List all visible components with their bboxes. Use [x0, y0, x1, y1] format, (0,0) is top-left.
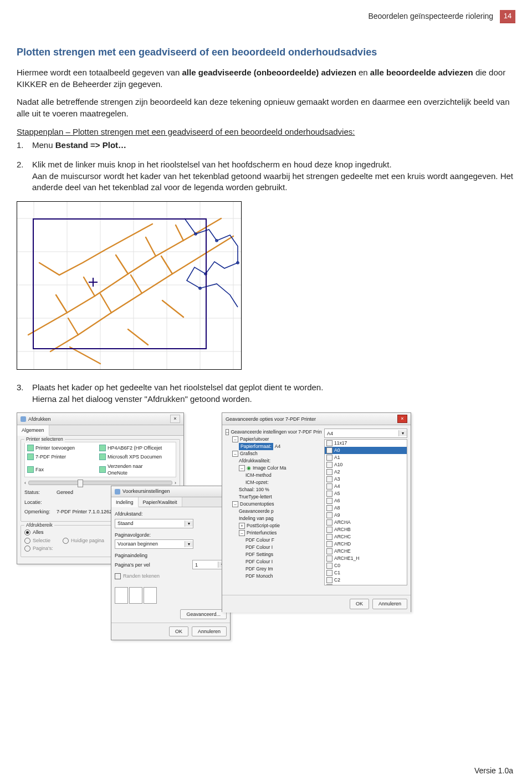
paper-size-option[interactable]: A6: [325, 497, 407, 504]
paper-size-option[interactable]: C3: [325, 584, 407, 585]
tree-node-selected[interactable]: Papierformaat:: [239, 443, 273, 450]
figure-map: [17, 201, 242, 370]
tree-node: Documentopties: [240, 501, 274, 508]
window-title: Geavanceerde opties voor 7-PDF Printer: [226, 416, 316, 422]
tree-toggle-icon[interactable]: –: [239, 530, 245, 536]
option-label: A5: [334, 490, 340, 497]
paper-size-option[interactable]: ARCHD: [325, 541, 407, 548]
option-label: C1: [334, 569, 340, 577]
step-3: Plaats het kader op het gedeelte van het…: [17, 382, 515, 405]
label: Pagina's per vel: [115, 562, 150, 568]
tree-toggle-icon[interactable]: –: [232, 451, 238, 457]
page-icon: [326, 476, 332, 482]
tree-node: ICM-opzet:: [245, 479, 269, 486]
printer-item[interactable]: Fax: [35, 466, 44, 473]
page-order-combo[interactable]: Vooraan beginnen▾: [115, 539, 193, 549]
printer-icon: [115, 489, 120, 494]
paper-size-option[interactable]: 11x17: [325, 440, 407, 447]
paper-size-option[interactable]: A9: [325, 512, 407, 519]
tab-layout[interactable]: Indeling: [111, 497, 139, 507]
paper-size-option[interactable]: ARCHC: [325, 533, 407, 541]
cancel-button[interactable]: Annuleren: [372, 599, 407, 609]
slider-right-icon[interactable]: ›: [175, 480, 176, 486]
printer-item[interactable]: HP4AB6F2 (HP Officejet: [108, 445, 162, 451]
option-label: C2: [334, 577, 340, 584]
radio-current-page[interactable]: Huidige pagina: [63, 537, 104, 544]
text-bold: Bestand => Plot…: [55, 140, 126, 150]
paper-size-option[interactable]: C2: [325, 577, 407, 584]
tree-node: Geavanceerde instellingen voor 7-PDF Pri…: [231, 429, 322, 436]
page-icon: [326, 505, 332, 511]
tree-node: PDF Settings: [245, 551, 273, 558]
paper-size-option[interactable]: ARCHE1_H: [325, 555, 407, 562]
tab-paper-quality[interactable]: Papier/Kwaliteit: [139, 497, 182, 507]
radio-pages[interactable]: Pagina's:: [24, 545, 53, 552]
label: Paginavolgorde:: [115, 532, 151, 538]
tree-node: Image Color Ma: [253, 465, 286, 472]
paper-size-option[interactable]: A1: [325, 454, 407, 461]
paper-size-option[interactable]: A8: [325, 504, 407, 512]
radio-all[interactable]: Alles: [24, 529, 44, 536]
draw-borders-checkbox[interactable]: Randen tekenen: [115, 573, 160, 579]
tree-toggle-icon[interactable]: –: [232, 436, 238, 442]
paper-size-option[interactable]: A2: [325, 468, 407, 476]
paper-size-option[interactable]: C0: [325, 562, 407, 569]
text: en: [359, 68, 370, 77]
selection-frame: [33, 218, 207, 349]
crosshair-icon: [89, 278, 97, 286]
page-icon: [326, 498, 332, 504]
option-label: A8: [334, 504, 340, 512]
paper-size-option[interactable]: ARCHE: [325, 548, 407, 555]
chevron-down-icon: ▾: [185, 521, 193, 527]
paper-size-option[interactable]: C1: [325, 569, 407, 577]
orientation-combo[interactable]: Staand▾: [115, 519, 193, 528]
slider[interactable]: [28, 481, 172, 485]
paper-size-list[interactable]: 11x17A0A1A10A2A3A4A5A6A8A9ARCHAARCHBARCH…: [324, 439, 407, 585]
paper-size-option[interactable]: A0: [325, 447, 407, 454]
radio-label: Huidige pagina: [71, 537, 104, 544]
tree-node: PDF Monoch: [245, 573, 273, 580]
printer-item[interactable]: Microsoft XPS Documen: [108, 453, 162, 460]
tree-toggle-icon[interactable]: –: [232, 501, 238, 507]
cancel-button[interactable]: Annuleren: [192, 626, 227, 636]
group-legend: Printer selecteren: [24, 436, 65, 443]
paper-size-option[interactable]: ARCHA: [325, 519, 407, 526]
tree-toggle-icon[interactable]: –: [239, 465, 245, 471]
text: Plaats het kader op het gedeelte van het…: [32, 383, 323, 392]
page-icon: [326, 584, 332, 585]
tree-node: Schaal: 100 %: [239, 486, 269, 493]
printer-list[interactable]: Printer toevoegen HP4AB6F2 (HP Officejet…: [24, 442, 176, 477]
tree-node: Printerfuncties: [247, 529, 277, 537]
option-label: A1: [334, 454, 340, 461]
advanced-options-dialog: Geavanceerde opties voor 7-PDF Printer ×…: [222, 412, 411, 612]
printer-item[interactable]: Printer toevoegen: [35, 445, 75, 451]
paper-size-option[interactable]: ARCHB: [325, 526, 407, 533]
window-title: Afdrukken: [28, 416, 51, 422]
options-tree[interactable]: –Geavanceerde instellingen voor 7-PDF Pr…: [226, 429, 322, 595]
paper-size-option[interactable]: A3: [325, 476, 407, 483]
tab-general[interactable]: Algemeen: [17, 425, 49, 435]
paper-size-combo[interactable]: A4▾: [324, 429, 407, 438]
value: Gereed: [57, 489, 73, 496]
tree-toggle-icon[interactable]: –: [226, 429, 229, 435]
ok-button[interactable]: OK: [169, 626, 188, 636]
advanced-button[interactable]: Geavanceerd...: [180, 609, 227, 619]
printer-item[interactable]: Verzenden naar OneNote: [108, 463, 163, 477]
paper-size-option[interactable]: A10: [325, 461, 407, 468]
tree-node: TrueType-lettert: [239, 493, 272, 501]
combo-value: Staand: [115, 520, 185, 527]
paper-size-option[interactable]: A4: [325, 483, 407, 490]
printer-item[interactable]: 7-PDF Printer: [35, 453, 66, 460]
label: Opmerking:: [24, 508, 54, 515]
slider-left-icon[interactable]: ‹: [24, 480, 26, 486]
close-button[interactable]: ×: [397, 415, 407, 423]
paper-size-option[interactable]: A5: [325, 490, 407, 497]
close-button[interactable]: ×: [170, 415, 180, 423]
text: Klik met de linker muis knop in het rioo…: [32, 160, 392, 169]
tree-node: Papier/uitvoer: [240, 436, 269, 443]
radio-selection[interactable]: Selectie: [24, 537, 50, 544]
ok-button[interactable]: OK: [350, 599, 369, 609]
combo-value: Vooraan beginnen: [115, 541, 185, 547]
option-label: ARCHA: [334, 519, 351, 526]
text: Hierna zal het dialoog venster "Afdrukke…: [32, 394, 252, 404]
